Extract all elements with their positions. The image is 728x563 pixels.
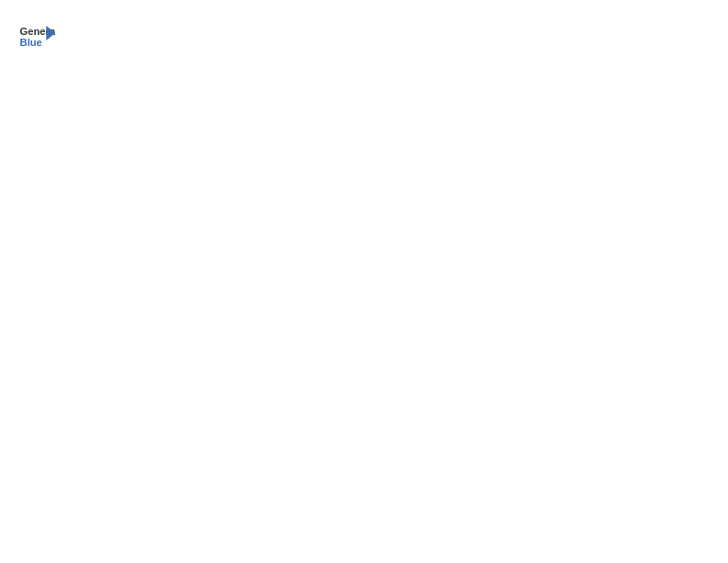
logo: General Blue [18, 18, 59, 55]
svg-text:Blue: Blue [20, 37, 42, 48]
page-header: General Blue [18, 18, 710, 55]
